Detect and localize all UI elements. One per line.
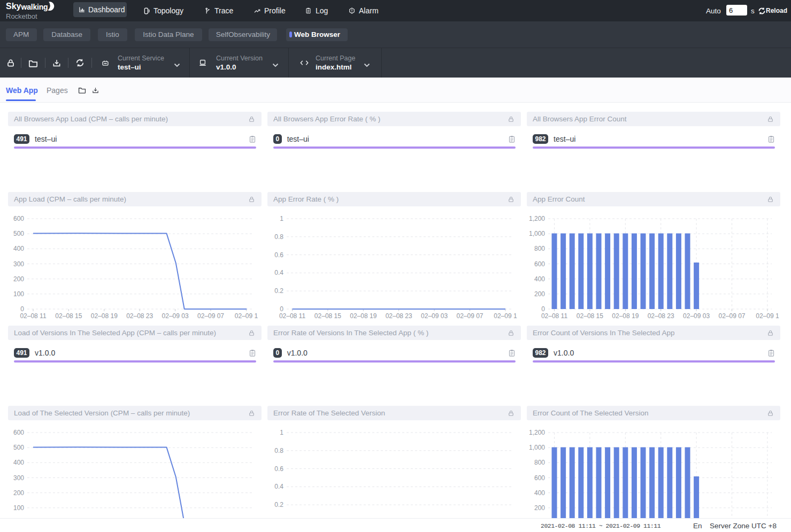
svg-text:02–08 19: 02–08 19	[612, 312, 639, 320]
svg-text:1,200: 1,200	[529, 429, 545, 436]
svg-text:1,200: 1,200	[529, 215, 545, 222]
svg-text:500: 500	[13, 444, 24, 451]
svg-text:100: 100	[13, 504, 24, 512]
svg-text:0.2: 0.2	[274, 501, 283, 508]
svg-text:600: 600	[13, 215, 24, 222]
svg-text:0.8: 0.8	[274, 447, 283, 454]
svg-text:02–09 07: 02–09 07	[197, 312, 224, 320]
svg-text:200: 200	[13, 275, 24, 283]
svg-text:02–09 03: 02–09 03	[421, 312, 448, 320]
svg-text:02–09 03: 02–09 03	[683, 312, 710, 320]
svg-text:02–09 07: 02–09 07	[456, 312, 483, 320]
svg-text:02–09 07: 02–09 07	[718, 312, 745, 320]
svg-text:02–08 11: 02–08 11	[279, 312, 305, 320]
svg-text:02–09 1: 02–09 1	[756, 312, 779, 320]
svg-text:300: 300	[13, 474, 24, 482]
svg-text:1,000: 1,000	[529, 230, 545, 237]
svg-text:500: 500	[13, 230, 24, 237]
svg-text:02–08 15: 02–08 15	[577, 312, 603, 320]
svg-text:02–08 15: 02–08 15	[55, 312, 82, 320]
svg-text:200: 200	[534, 504, 545, 512]
svg-text:0.8: 0.8	[274, 233, 283, 241]
svg-text:0.4: 0.4	[274, 269, 283, 276]
svg-text:02–08 15: 02–08 15	[314, 312, 341, 320]
svg-text:600: 600	[13, 429, 24, 436]
svg-text:02–09 03: 02–09 03	[162, 312, 189, 320]
svg-text:400: 400	[13, 459, 24, 466]
svg-text:1,000: 1,000	[529, 444, 545, 451]
svg-text:800: 800	[534, 459, 545, 466]
svg-text:0.4: 0.4	[274, 483, 283, 490]
svg-text:0: 0	[280, 305, 283, 313]
svg-text:400: 400	[534, 275, 545, 283]
svg-text:300: 300	[13, 260, 24, 268]
svg-text:1: 1	[280, 215, 283, 222]
svg-text:02–08 11: 02–08 11	[20, 312, 46, 320]
svg-text:800: 800	[534, 245, 545, 252]
svg-text:02–08 19: 02–08 19	[350, 312, 377, 320]
svg-text:02–08 19: 02–08 19	[91, 312, 118, 320]
svg-text:400: 400	[534, 489, 545, 497]
svg-text:0: 0	[20, 305, 24, 313]
svg-text:0: 0	[541, 305, 545, 313]
svg-text:0.6: 0.6	[274, 465, 283, 473]
svg-text:200: 200	[534, 290, 545, 298]
svg-text:1: 1	[280, 429, 283, 436]
svg-text:600: 600	[534, 474, 545, 482]
svg-text:02–08 23: 02–08 23	[126, 312, 153, 320]
svg-text:02–09 1: 02–09 1	[235, 312, 258, 320]
svg-text:0.2: 0.2	[274, 287, 283, 295]
svg-text:02–08 23: 02–08 23	[648, 312, 674, 320]
svg-text:02–08 23: 02–08 23	[386, 312, 412, 320]
svg-text:200: 200	[13, 489, 24, 497]
svg-text:400: 400	[13, 245, 24, 252]
svg-text:0.6: 0.6	[274, 251, 283, 259]
svg-text:02–09 1: 02–09 1	[494, 312, 517, 320]
svg-text:02–08 11: 02–08 11	[541, 312, 567, 320]
svg-text:600: 600	[534, 260, 545, 268]
svg-text:100: 100	[13, 290, 24, 298]
